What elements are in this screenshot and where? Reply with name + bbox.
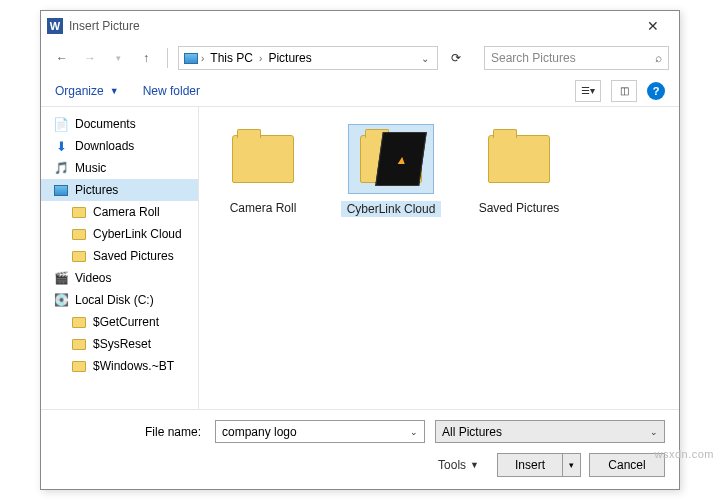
nav-bar: ← → ▾ ↑ › This PC › Pictures ⌄ ⟳ Search …: [41, 41, 679, 75]
folder-icon: [71, 226, 87, 242]
pictures-icon: [183, 50, 199, 66]
tree-saved-pictures[interactable]: Saved Pictures: [41, 245, 198, 267]
tree-local-disk[interactable]: Local Disk (C:): [41, 289, 198, 311]
chevron-down-icon[interactable]: ⌄: [410, 427, 418, 437]
close-button[interactable]: ✕: [633, 18, 673, 34]
item-saved-pictures[interactable]: Saved Pictures: [469, 125, 569, 215]
caret-down-icon: ▼: [470, 460, 479, 470]
folder-icon: [488, 135, 550, 183]
folder-icon: [360, 135, 422, 183]
item-camera-roll[interactable]: Camera Roll: [213, 125, 313, 215]
folder-icon: [71, 204, 87, 220]
chevron-right-icon: ›: [259, 53, 262, 64]
refresh-button[interactable]: ⟳: [444, 51, 468, 65]
folder-icon: [232, 135, 294, 183]
help-button[interactable]: ?: [647, 82, 665, 100]
title-bar: W Insert Picture ✕: [41, 11, 679, 41]
tree-camera-roll[interactable]: Camera Roll: [41, 201, 198, 223]
chevron-down-icon: ⌄: [650, 427, 658, 437]
insert-button[interactable]: Insert ▾: [497, 453, 581, 477]
tree-music[interactable]: Music: [41, 157, 198, 179]
caret-down-icon[interactable]: ▼: [110, 86, 119, 96]
download-icon: [53, 138, 69, 154]
file-name-value: company logo: [222, 425, 410, 439]
search-placeholder: Search Pictures: [491, 51, 576, 65]
folder-icon: [71, 336, 87, 352]
search-icon: ⌕: [655, 51, 662, 65]
footer: File name: company logo ⌄ All Pictures ⌄…: [41, 409, 679, 489]
search-input[interactable]: Search Pictures ⌕: [484, 46, 669, 70]
breadcrumb[interactable]: › This PC › Pictures ⌄: [178, 46, 438, 70]
dialog-title: Insert Picture: [69, 19, 633, 33]
tree-documents[interactable]: Documents: [41, 113, 198, 135]
music-icon: [53, 160, 69, 176]
pictures-icon: [53, 182, 69, 198]
disk-icon: [53, 292, 69, 308]
tree-videos[interactable]: Videos: [41, 267, 198, 289]
folder-icon: [71, 358, 87, 374]
organize-menu[interactable]: Organize: [55, 84, 104, 98]
view-mode-button[interactable]: ☰▾: [575, 80, 601, 102]
new-folder-button[interactable]: New folder: [143, 84, 200, 98]
breadcrumb-dropdown[interactable]: ⌄: [417, 51, 433, 66]
tree-downloads[interactable]: Downloads: [41, 135, 198, 157]
folder-icon: [71, 314, 87, 330]
tree-getcurrent[interactable]: $GetCurrent: [41, 311, 198, 333]
forward-button[interactable]: →: [79, 47, 101, 69]
file-name-input[interactable]: company logo ⌄: [215, 420, 425, 443]
crumb-this-pc[interactable]: This PC: [206, 49, 257, 67]
insert-picture-dialog: W Insert Picture ✕ ← → ▾ ↑ › This PC › P…: [40, 10, 680, 490]
chevron-right-icon: ›: [201, 53, 204, 64]
video-icon: [53, 270, 69, 286]
folder-icon: [71, 248, 87, 264]
insert-dropdown[interactable]: ▾: [562, 454, 580, 476]
separator: [167, 48, 168, 68]
tree-pictures[interactable]: Pictures: [41, 179, 198, 201]
watermark: wsxdn.com: [654, 448, 714, 460]
tree-windowsbt[interactable]: $Windows.~BT: [41, 355, 198, 377]
toolbar: Organize ▼ New folder ☰▾ ◫ ?: [41, 75, 679, 107]
tree-cyberlink[interactable]: CyberLink Cloud: [41, 223, 198, 245]
navigation-tree: Documents Downloads Music Pictures Camer…: [41, 107, 199, 409]
file-list[interactable]: Camera Roll CyberLink Cloud Saved Pictur…: [199, 107, 679, 409]
file-name-label: File name:: [55, 425, 205, 439]
file-type-filter[interactable]: All Pictures ⌄: [435, 420, 665, 443]
crumb-pictures[interactable]: Pictures: [264, 49, 315, 67]
back-button[interactable]: ←: [51, 47, 73, 69]
tools-menu[interactable]: Tools ▼: [438, 458, 479, 472]
item-cyberlink-cloud[interactable]: CyberLink Cloud: [341, 125, 441, 217]
recent-dropdown[interactable]: ▾: [107, 47, 129, 69]
word-icon: W: [47, 18, 63, 34]
preview-pane-button[interactable]: ◫: [611, 80, 637, 102]
tree-sysreset[interactable]: $SysReset: [41, 333, 198, 355]
up-button[interactable]: ↑: [135, 47, 157, 69]
document-icon: [53, 116, 69, 132]
